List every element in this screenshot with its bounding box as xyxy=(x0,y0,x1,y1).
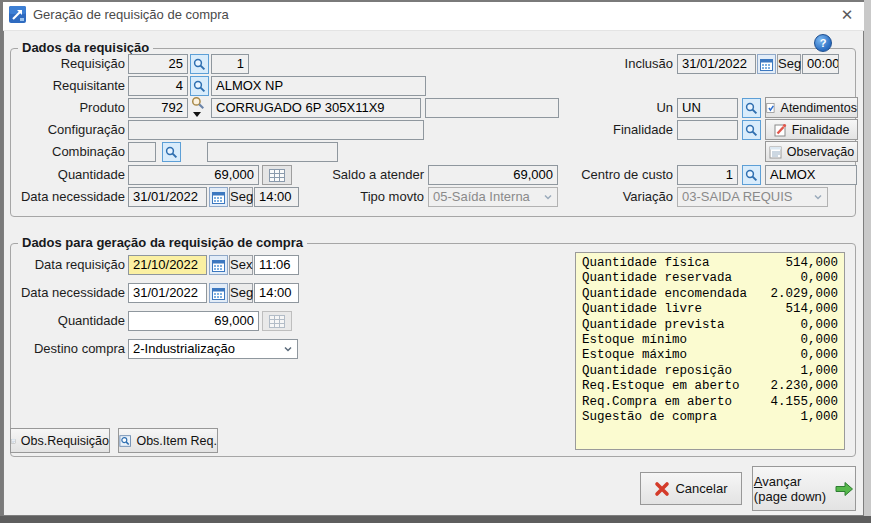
quantidade2-grid-button xyxy=(262,311,292,331)
tipo-movto-select: 05-Saída Interna xyxy=(428,187,558,207)
search-icon xyxy=(745,124,758,137)
data-necessidade-date-field[interactable]: 31/01/2022 xyxy=(128,187,207,207)
inclusao-date-field[interactable]: 31/01/2022 xyxy=(677,54,756,74)
quantidade2-field[interactable]: 69,000 xyxy=(128,311,259,331)
inclusao-weekday: Seg xyxy=(777,54,801,74)
inclusao-calendar-button[interactable] xyxy=(757,54,776,74)
data-necessidade-time-field[interactable]: 14:00 xyxy=(254,187,299,207)
obs-item-req-label: Obs.Item Req. xyxy=(136,434,217,448)
chevron-down-icon xyxy=(543,192,553,202)
background-bottom-strip xyxy=(0,516,871,523)
data-necessidade2-label: Data necessidade xyxy=(8,283,125,303)
document-check-icon xyxy=(766,101,776,115)
data-necessidade-weekday: Seg xyxy=(229,187,253,207)
atendimentos-button[interactable]: Atendimentos xyxy=(765,97,858,118)
centro-custo-search-button[interactable] xyxy=(742,165,761,185)
estoque-info-panel: Quantidade física514,000 Quantidade rese… xyxy=(575,252,845,450)
chevron-down-icon xyxy=(813,192,823,202)
chevron-down-icon xyxy=(283,344,293,354)
produto-desc-field[interactable]: CORRUGADO 6P 305X11X9 xyxy=(211,98,421,118)
estoque-row: Estoque máximo0,000 xyxy=(582,348,838,363)
centro-custo-name-field[interactable]: ALMOX xyxy=(765,165,857,185)
avancar-label: Avançar (page down) xyxy=(754,474,826,504)
configuracao-field[interactable] xyxy=(128,120,424,140)
grid-icon xyxy=(269,315,285,328)
app-icon xyxy=(9,6,26,23)
obs-requisicao-button[interactable]: Obs.Requisição xyxy=(10,428,110,453)
saldo-field[interactable]: 69,000 xyxy=(428,165,558,185)
search-icon xyxy=(745,169,758,182)
requisicao-search-button[interactable] xyxy=(190,54,209,74)
variacao-label: Variação xyxy=(560,187,673,207)
produto-extra-field[interactable] xyxy=(425,98,559,118)
quantidade-field[interactable]: 69,000 xyxy=(128,165,259,185)
destino-compra-value: 2-Industrialização xyxy=(133,340,235,358)
cancelar-label: Cancelar xyxy=(675,481,727,496)
centro-custo-number-field[interactable]: 1 xyxy=(677,165,738,185)
estoque-row: Quantidade prevista0,000 xyxy=(582,318,838,333)
close-icon[interactable]: ✕ xyxy=(836,5,858,25)
search-icon xyxy=(193,80,206,93)
quantidade-grid-button[interactable] xyxy=(262,165,292,185)
help-icon[interactable]: ? xyxy=(814,34,832,52)
estoque-row: Quantidade reposição1,000 xyxy=(582,364,838,379)
estoque-row: Quantidade física514,000 xyxy=(582,256,838,271)
combinacao-search-button[interactable] xyxy=(162,142,181,162)
finalidade-button[interactable]: Finalidade xyxy=(765,119,858,140)
un-search-button[interactable] xyxy=(742,98,761,118)
avancar-button[interactable]: Avançar (page down) xyxy=(752,466,856,511)
estoque-row: Req.Estoque em aberto2.230,000 xyxy=(582,379,838,394)
requisitante-name-field[interactable]: ALMOX NP xyxy=(211,76,426,96)
saldo-label: Saldo a atender xyxy=(330,165,424,185)
window-title: Geração de requisição de compra xyxy=(33,7,229,22)
data-necessidade2-date-field[interactable]: 31/01/2022 xyxy=(128,283,207,303)
data-necessidade-calendar-button[interactable] xyxy=(209,187,228,207)
notepad-icon xyxy=(769,145,782,159)
data-requisicao-date-field[interactable]: 21/10/2022 xyxy=(128,255,207,275)
data-requisicao-weekday: Sex xyxy=(229,255,253,275)
variacao-select: 03-SAIDA REQUIS xyxy=(677,187,828,207)
tipo-movto-label: Tipo movto xyxy=(330,187,424,207)
finalidade-field[interactable] xyxy=(677,120,738,140)
produto-dropdown-icon[interactable] xyxy=(193,112,201,117)
atendimentos-label: Atendimentos xyxy=(781,101,857,115)
requisicao-number-field[interactable]: 25 xyxy=(128,54,188,74)
estoque-row: Quantidade encomendada2.029,000 xyxy=(582,287,838,302)
destino-compra-select[interactable]: 2-Industrialização xyxy=(128,339,298,359)
screen: Geração de requisição de compra ✕ Dados … xyxy=(0,0,871,523)
requisitante-label: Requisitante xyxy=(8,76,125,96)
obs-item-req-button[interactable]: Obs.Item Req. xyxy=(118,428,218,453)
requisitante-number-field[interactable]: 4 xyxy=(128,76,188,96)
calendar-icon xyxy=(212,191,225,204)
requisicao-label: Requisição xyxy=(8,54,125,74)
calendar-icon xyxy=(760,58,773,71)
document-search-icon xyxy=(119,434,131,448)
un-field[interactable]: UN xyxy=(677,98,738,118)
combinacao-desc-field[interactable] xyxy=(207,142,338,162)
observacao-button[interactable]: Observação xyxy=(765,141,858,162)
configuracao-label: Configuração xyxy=(8,120,125,140)
inclusao-label: Inclusão xyxy=(560,54,673,74)
data-requisicao-time-field[interactable]: 11:06 xyxy=(254,255,299,275)
estoque-row: Req.Compra em aberto4.155,000 xyxy=(582,395,838,410)
finalidade-search-button[interactable] xyxy=(742,120,761,140)
data-necessidade2-calendar-button[interactable] xyxy=(209,283,228,303)
document-pencil-icon xyxy=(774,123,787,137)
quantidade-label: Quantidade xyxy=(8,165,125,185)
data-necessidade2-time-field[interactable]: 14:00 xyxy=(254,283,299,303)
requisitante-search-button[interactable] xyxy=(190,76,209,96)
data-requisicao-label: Data requisição xyxy=(8,255,125,275)
inclusao-time-field[interactable]: 00:00 xyxy=(802,54,839,74)
notepad-icon xyxy=(11,434,16,448)
search-icon xyxy=(165,146,178,159)
cancelar-button[interactable]: Cancelar xyxy=(640,472,742,505)
centro-custo-label: Centro de custo xyxy=(560,165,673,185)
search-icon xyxy=(193,58,206,71)
estoque-row: Estoque mínimo0,000 xyxy=(582,333,838,348)
data-necessidade2-weekday: Seg xyxy=(229,283,253,303)
requisicao-item-field[interactable]: 1 xyxy=(211,54,249,74)
data-requisicao-calendar-button[interactable] xyxy=(209,255,228,275)
produto-number-field[interactable]: 792 xyxy=(128,98,188,118)
combinacao-number-field[interactable] xyxy=(128,142,156,162)
forward-arrow-icon xyxy=(834,480,854,498)
